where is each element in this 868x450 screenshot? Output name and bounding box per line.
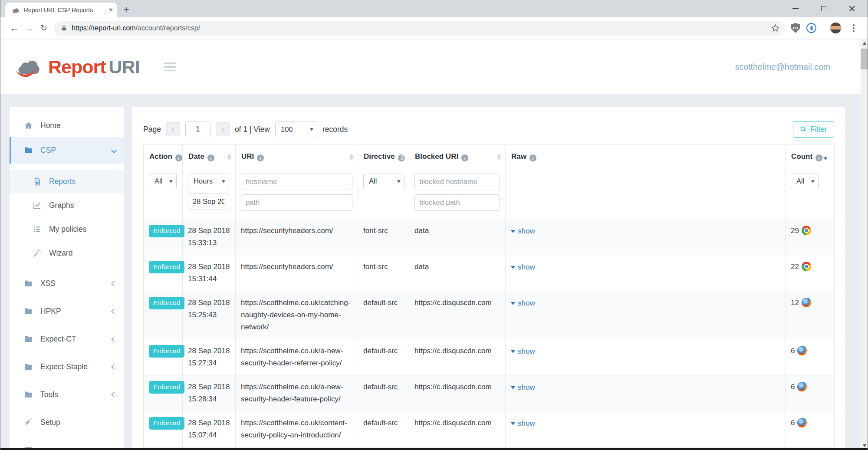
show-raw-link[interactable]: show [511, 225, 535, 237]
action-cell: Enforced [144, 255, 183, 291]
date-cell: 28 Sep 201815:28:34 [183, 375, 236, 411]
sidebar-item-home[interactable]: Home [10, 114, 124, 137]
uri-cell: https://scotthelme.co.uk/a-new-security-… [236, 339, 358, 375]
count-cell: 6 [786, 411, 835, 447]
sidebar-item-csp[interactable]: CSP [10, 137, 124, 164]
maximize-icon [821, 6, 826, 11]
info-icon[interactable]: i [175, 154, 182, 161]
count-cell: 12 [786, 291, 835, 339]
folder-icon [24, 279, 34, 288]
sidebar-item-tools[interactable]: Tools [10, 381, 124, 408]
raw-cell: show [506, 291, 786, 339]
sidebar-item-hpkp[interactable]: HPKP [10, 297, 124, 325]
folder-icon [24, 390, 34, 399]
chevron-down-icon [111, 148, 117, 153]
forward-button[interactable]: → [22, 23, 36, 33]
caret-down-icon [397, 180, 401, 183]
info-icon[interactable]: i [461, 154, 468, 161]
uri-path-input[interactable] [241, 194, 352, 211]
show-raw-link[interactable]: show [511, 381, 535, 394]
show-raw-link[interactable]: show [511, 297, 535, 309]
table-header-row: ActioniDateiURIiDirectiveiBlocked URIiRa… [144, 145, 835, 169]
uri-hostname-input[interactable] [241, 174, 352, 190]
sidebar-item-wizard[interactable]: Wizard [10, 241, 124, 265]
firefox-browser-icon [802, 298, 811, 307]
search-icon [800, 126, 807, 133]
reload-button[interactable]: ↻ [36, 23, 51, 33]
hamburger-menu-icon[interactable] [164, 62, 176, 72]
directive-filter-cell: All [358, 169, 409, 219]
count-filter-select[interactable]: All [791, 174, 819, 189]
column-header-count[interactable]: Counti [786, 145, 835, 169]
action-cell: Enforced [144, 291, 183, 339]
raw-cell: show [506, 411, 786, 447]
report-uri-logo[interactable]: ReportURI [14, 56, 140, 78]
chrome-menu-icon[interactable] [848, 24, 859, 32]
date-filter-input[interactable] [188, 194, 229, 210]
page-scrollbar[interactable] [861, 39, 868, 450]
next-page-button[interactable] [216, 122, 230, 136]
column-header-directive[interactable]: Directivei [358, 145, 409, 169]
blocked-path-input[interactable] [414, 194, 500, 211]
triangle-down-icon [511, 386, 515, 389]
bookmark-star-icon[interactable] [771, 23, 780, 33]
back-button[interactable]: ← [7, 23, 22, 33]
profile-avatar[interactable] [830, 22, 842, 34]
directive-cell: default-src [358, 291, 409, 339]
caret-down-icon [222, 180, 225, 183]
info-icon[interactable]: i [815, 154, 822, 161]
info-icon[interactable]: i [257, 154, 264, 161]
directive-filter-select[interactable]: All [363, 174, 404, 189]
show-raw-link[interactable]: show [511, 345, 535, 358]
sidebar-item-label: XSS [40, 279, 56, 288]
prev-page-button[interactable] [166, 122, 180, 136]
column-header-blocked-uri[interactable]: Blocked URIi [409, 145, 506, 169]
sidebar-item-reports[interactable]: Reports [10, 170, 124, 194]
count-cell: 29 [786, 219, 835, 255]
ublock-extension-icon[interactable] [791, 23, 800, 33]
scroll-up-icon[interactable] [861, 39, 868, 47]
report-row: Enforced28 Sep 201815:28:34https://scott… [144, 375, 835, 411]
window-maximize-button[interactable] [817, 2, 830, 15]
filter-button[interactable]: Filter [793, 121, 834, 138]
browser-tab[interactable]: Report URI: CSP Reports × [5, 3, 117, 17]
records-per-page-select[interactable]: 100 [275, 122, 317, 137]
graph-icon [33, 201, 43, 210]
action-filter-select[interactable]: All [149, 174, 177, 189]
uri-cell: https://scotthelme.co.uk/catching-naught… [236, 291, 358, 339]
tab-close-icon[interactable]: × [109, 7, 113, 13]
blocked-uri-filter-cell [409, 169, 506, 219]
sort-arrows-icon [497, 154, 501, 160]
new-tab-button[interactable]: + [123, 3, 129, 16]
sidebar-item-graphs[interactable]: Graphs [10, 194, 124, 217]
window-minimize-button[interactable] [789, 2, 802, 15]
show-raw-link[interactable]: show [511, 417, 535, 430]
scrollbar-thumb[interactable] [861, 49, 868, 69]
window-close-button[interactable] [845, 2, 858, 15]
sidebar-item-label: CSP [40, 146, 56, 155]
date-filter-cell: Hours [183, 169, 236, 219]
column-header-uri[interactable]: URIi [236, 145, 358, 169]
date-period-select[interactable]: Hours [188, 174, 229, 189]
address-bar[interactable]: https://report-uri.com/account/reports/c… [54, 21, 785, 36]
reports-table: ActioniDateiURIiDirectiveiBlocked URIiRa… [143, 145, 835, 450]
sidebar-item-my-policies[interactable]: My policies [10, 217, 124, 241]
account-email-link[interactable]: scotthelme@hotmail.com [735, 62, 830, 72]
onepassword-extension-icon[interactable] [806, 23, 816, 33]
blocked-uri-cell: data [409, 219, 506, 255]
sidebar-item-expect-staple[interactable]: Expect-Staple [10, 353, 124, 381]
sidebar-item-expect-ct[interactable]: Expect-CT [10, 325, 124, 353]
folder-icon [24, 146, 34, 155]
sidebar-item-setup[interactable]: Setup [10, 408, 124, 436]
count-cell: 6 [786, 339, 835, 375]
column-header-date[interactable]: Datei [183, 145, 236, 169]
info-icon[interactable]: i [207, 154, 214, 161]
blocked-hostname-input[interactable] [414, 174, 500, 190]
show-raw-link[interactable]: show [511, 261, 535, 273]
directive-cell: default-src [358, 339, 409, 375]
info-icon[interactable]: i [529, 154, 536, 161]
page-number-input[interactable] [185, 122, 210, 137]
document-icon [33, 177, 43, 186]
sidebar-item-xss[interactable]: XSS [10, 269, 124, 297]
sidebar-item-label: Reports [49, 177, 76, 186]
